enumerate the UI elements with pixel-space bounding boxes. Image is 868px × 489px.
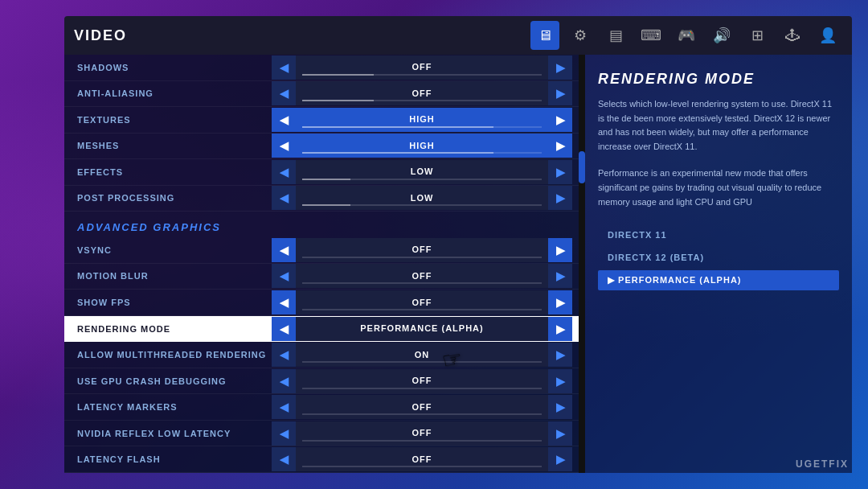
setting-label-postprocessing: POST PROCESSING — [71, 193, 272, 203]
vsync-value-box: OFF — [296, 238, 548, 262]
setting-control-gpucrash: ◀ OFF ▶ — [272, 369, 572, 393]
setting-row-textures: TEXTURES ◀ HIGH ▶ — [64, 107, 579, 134]
setting-label-nvidiaflex: NVIDIA REFLEX LOW LATENCY — [71, 429, 272, 438]
latencymarkers-value-box: OFF — [296, 395, 548, 419]
nvidiaflex-value: OFF — [412, 429, 432, 438]
postprocessing-prev-btn[interactable]: ◀ — [272, 186, 296, 210]
motionblur-value-box: OFF — [296, 264, 548, 288]
watermark: UGETFIX — [796, 458, 849, 470]
setting-label-textures: TEXTURES — [71, 115, 272, 125]
multithreaded-value: ON — [415, 351, 430, 360]
gpucrash-prev-btn[interactable]: ◀ — [272, 369, 296, 393]
nav-icon-display[interactable]: ▤ — [601, 21, 630, 50]
nvidiaflex-prev-btn[interactable]: ◀ — [272, 421, 296, 446]
shadows-next-btn[interactable]: ▶ — [548, 55, 572, 80]
scrollbar-thumb[interactable] — [579, 151, 585, 183]
effects-next-btn[interactable]: ▶ — [548, 160, 572, 184]
content-area: SHADOWS ◀ OFF ▶ ANTI-ALIASING ◀ OFF — [64, 55, 852, 473]
setting-control-vsync: ◀ OFF ▶ — [272, 238, 572, 262]
setting-row-renderingmode[interactable]: RENDERING MODE ◀ PERFORMANCE (ALPHA) ▶ — [64, 316, 579, 343]
gpucrash-value: OFF — [412, 376, 432, 385]
scrollbar[interactable] — [579, 55, 585, 473]
nav-icons: 🖥 ⚙ ▤ ⌨ 🎮 🔊 ⊞ 🕹 👤 — [530, 21, 842, 50]
latencymarkers-next-btn[interactable]: ▶ — [548, 395, 572, 419]
antialiasing-next-btn[interactable]: ▶ — [548, 81, 572, 105]
antialiasing-value: OFF — [412, 89, 432, 98]
nvidiaflex-next-btn[interactable]: ▶ — [548, 421, 572, 446]
postprocessing-value-box: LOW — [296, 186, 548, 210]
setting-control-latencyflash: ◀ OFF ▶ — [272, 447, 572, 471]
textures-value: HIGH — [409, 115, 435, 124]
latencyflash-next-btn[interactable]: ▶ — [548, 447, 572, 471]
antialiasing-prev-btn[interactable]: ◀ — [272, 81, 296, 105]
setting-control-motionblur: ◀ OFF ▶ — [272, 264, 572, 288]
renderingmode-prev-btn[interactable]: ◀ — [272, 317, 296, 341]
option-performance-alpha[interactable]: PERFORMANCE (ALPHA) — [598, 270, 839, 290]
nvidiaflex-value-box: OFF — [296, 421, 548, 446]
setting-label-effects: EFFECTS — [71, 167, 272, 177]
meshes-prev-btn[interactable]: ◀ — [272, 134, 296, 158]
setting-row-showfps: SHOW FPS ◀ OFF ▶ — [64, 290, 579, 316]
motionblur-next-btn[interactable]: ▶ — [548, 264, 572, 288]
renderingmode-next-btn[interactable]: ▶ — [548, 317, 572, 341]
latencymarkers-value: OFF — [412, 403, 432, 412]
latencyflash-prev-btn[interactable]: ◀ — [272, 447, 296, 471]
top-nav: VIDEO 🖥 ⚙ ▤ ⌨ 🎮 🔊 ⊞ 🕹 👤 — [64, 16, 852, 55]
multithreaded-next-btn[interactable]: ▶ — [548, 343, 572, 367]
setting-label-showfps: SHOW FPS — [71, 298, 272, 307]
nav-icon-network[interactable]: ⊞ — [743, 21, 772, 50]
postprocessing-next-btn[interactable]: ▶ — [548, 186, 572, 210]
multithreaded-prev-btn[interactable]: ◀ — [272, 343, 296, 367]
antialiasing-value-box: OFF — [296, 81, 548, 105]
setting-row-latencymarkers: LATENCY MARKERS ◀ OFF ▶ — [64, 394, 579, 421]
nav-icon-user[interactable]: 👤 — [813, 21, 842, 50]
motionblur-value: OFF — [412, 272, 432, 281]
option-directx11[interactable]: DIRECTX 11 — [598, 225, 839, 244]
showfps-next-btn[interactable]: ▶ — [548, 290, 572, 314]
shadows-value-box: OFF — [296, 55, 548, 80]
showfps-value: OFF — [412, 298, 432, 307]
setting-control-latencymarkers: ◀ OFF ▶ — [272, 395, 572, 419]
multithreaded-value-box: ON — [296, 343, 548, 367]
meshes-next-btn[interactable]: ▶ — [548, 134, 572, 158]
setting-control-shadows: ◀ OFF ▶ — [272, 55, 572, 80]
effects-value-box: LOW — [296, 160, 548, 184]
vsync-next-btn[interactable]: ▶ — [548, 238, 572, 262]
option-list: DIRECTX 11 DIRECTX 12 (BETA) PERFORMANCE… — [598, 225, 839, 290]
effects-prev-btn[interactable]: ◀ — [272, 160, 296, 184]
setting-row-motionblur: MOTION BLUR ◀ OFF ▶ — [64, 264, 579, 290]
advanced-section-header: ADVANCED GRAPHICS — [64, 212, 579, 237]
advanced-section-label: ADVANCED GRAPHICS — [77, 221, 221, 233]
setting-row-antialiasing: ANTI-ALIASING ◀ OFF ▶ — [64, 81, 579, 108]
nav-icon-keyboard[interactable]: ⌨ — [637, 21, 665, 50]
nav-icon-monitor[interactable]: 🖥 — [530, 21, 559, 50]
motionblur-prev-btn[interactable]: ◀ — [272, 264, 296, 288]
latencyflash-value-box: OFF — [296, 447, 548, 471]
renderingmode-value-box: PERFORMANCE (ALPHA) — [296, 317, 548, 341]
nav-icon-audio[interactable]: 🔊 — [707, 21, 736, 50]
showfps-prev-btn[interactable]: ◀ — [272, 290, 296, 314]
vsync-value: OFF — [412, 245, 432, 254]
setting-control-meshes: ◀ HIGH ▶ — [272, 134, 572, 158]
nav-icon-gamepad[interactable]: 🕹 — [778, 21, 807, 50]
effects-value: LOW — [411, 167, 434, 176]
info-description2: Performance is an experimental new mode … — [598, 166, 839, 209]
textures-value-box: HIGH — [296, 108, 548, 132]
textures-prev-btn[interactable]: ◀ — [272, 108, 296, 132]
meshes-value-box: HIGH — [296, 134, 548, 158]
setting-control-antialiasing: ◀ OFF ▶ — [272, 81, 572, 105]
nav-icon-controller[interactable]: 🎮 — [672, 21, 701, 50]
shadows-prev-btn[interactable]: ◀ — [272, 55, 296, 80]
setting-row-latencyflash: LATENCY FLASH ◀ OFF ▶ — [64, 446, 579, 473]
latencymarkers-prev-btn[interactable]: ◀ — [272, 395, 296, 419]
latencyflash-value: OFF — [412, 455, 432, 464]
setting-label-gpucrash: USE GPU CRASH DEBUGGING — [71, 376, 272, 386]
nav-icon-gear[interactable]: ⚙ — [566, 21, 595, 50]
setting-label-vsync: VSYNC — [71, 245, 272, 255]
showfps-value-box: OFF — [296, 290, 548, 314]
option-directx12[interactable]: DIRECTX 12 (BETA) — [598, 248, 839, 267]
textures-next-btn[interactable]: ▶ — [548, 108, 572, 132]
vsync-prev-btn[interactable]: ◀ — [272, 238, 296, 262]
setting-control-postprocessing: ◀ LOW ▶ — [272, 186, 572, 210]
gpucrash-next-btn[interactable]: ▶ — [548, 369, 572, 393]
